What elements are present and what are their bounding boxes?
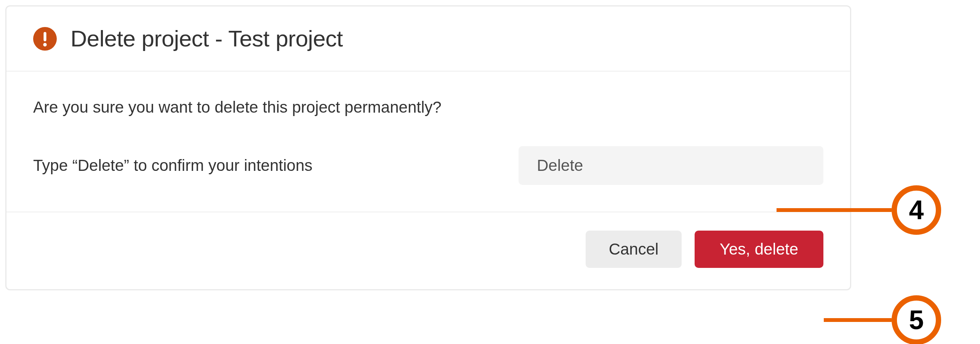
dialog-body: Are you sure you want to delete this pro…: [6, 72, 850, 212]
warning-icon: [33, 27, 57, 51]
confirm-label: Type “Delete” to confirm your intentions: [33, 156, 503, 175]
dialog-header: Delete project - Test project: [6, 6, 850, 72]
svg-rect-1: [43, 32, 46, 41]
dialog-title: Delete project - Test project: [70, 25, 343, 52]
callout-line: [824, 318, 892, 322]
callout-line: [777, 208, 892, 212]
confirm-delete-button[interactable]: Yes, delete: [695, 231, 823, 268]
confirm-question: Are you sure you want to delete this pro…: [33, 98, 823, 116]
delete-project-dialog: Delete project - Test project Are you su…: [5, 5, 851, 290]
callout-number: 5: [892, 295, 941, 344]
callout-number: 4: [892, 185, 941, 235]
confirm-input[interactable]: [519, 146, 823, 185]
confirm-row: Type “Delete” to confirm your intentions: [33, 146, 823, 185]
dialog-footer: Cancel Yes, delete: [6, 212, 850, 289]
callout-step-5: 5: [824, 295, 941, 344]
svg-point-2: [43, 43, 46, 46]
callout-step-4: 4: [777, 185, 941, 235]
cancel-button[interactable]: Cancel: [586, 231, 682, 268]
